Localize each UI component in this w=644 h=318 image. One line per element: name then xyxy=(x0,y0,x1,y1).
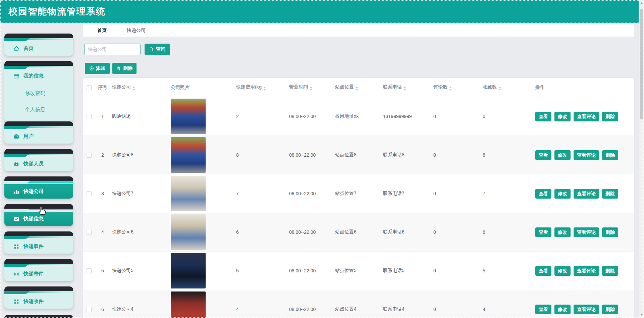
row-index: 5 xyxy=(101,268,104,273)
comments-count: 0 xyxy=(433,191,436,196)
row-index-cell: 6 xyxy=(95,307,111,312)
grid-icon xyxy=(13,299,19,305)
sort-caret-icon[interactable] xyxy=(449,87,452,91)
select-all-checkbox[interactable] xyxy=(87,85,92,90)
edit-button[interactable]: 修改 xyxy=(554,227,571,237)
sort-caret-icon[interactable] xyxy=(498,87,501,91)
delete-row-button[interactable]: 删除 xyxy=(602,266,618,276)
company-name: 快递公司4 xyxy=(112,306,133,312)
delete-button[interactable]: 删除 xyxy=(112,63,137,74)
hours-value-cell: 08.00--22.00 xyxy=(288,307,334,312)
add-button[interactable]: 添加 xyxy=(85,63,110,74)
scrollbar-up-arrow[interactable] xyxy=(640,2,643,4)
column-header[interactable]: 站点位置 xyxy=(334,84,382,91)
row-checkbox-cell xyxy=(83,268,95,274)
view-button[interactable]: 查看 xyxy=(535,266,551,276)
row-checkbox[interactable] xyxy=(87,307,92,312)
scrollbar-thumb[interactable] xyxy=(640,9,643,119)
row-checkbox[interactable] xyxy=(87,268,92,273)
view-comments-button[interactable]: 查看评论 xyxy=(574,112,599,121)
delete-row-button[interactable]: 删除 xyxy=(602,227,618,237)
sidebar-item-express-company[interactable]: 快递公司 xyxy=(4,184,73,199)
view-button[interactable]: 查看 xyxy=(535,227,551,237)
column-header[interactable]: 收藏数 xyxy=(481,84,534,91)
view-button[interactable]: 查看 xyxy=(535,112,551,121)
company-photo-cell xyxy=(169,137,235,173)
column-header[interactable]: 营业时间 xyxy=(288,84,334,91)
sidebar-item-express-pickup[interactable]: 快递取件 xyxy=(4,239,73,254)
delete-row-button[interactable]: 删除 xyxy=(602,150,618,160)
view-button[interactable]: 查看 xyxy=(535,150,551,160)
sidebar-item-express-info[interactable]: 快递信息 xyxy=(4,212,73,226)
sidebar-subitem-0[interactable]: 修改密码 xyxy=(4,85,73,101)
edit-button[interactable]: 修改 xyxy=(554,266,571,276)
sidebar-item-courier-staff[interactable]: 快递人员 xyxy=(4,157,73,171)
phone-value-cell: 联系电话5 xyxy=(382,268,432,274)
sidebar-card-stripe xyxy=(4,126,73,129)
sidebar-item-express-receive[interactable]: 快递收件 xyxy=(4,294,73,309)
view-comments-button[interactable]: 查看评论 xyxy=(574,227,599,237)
view-comments-button[interactable]: 查看评论 xyxy=(574,150,599,160)
phone-value-cell: 联系电话4 xyxy=(382,306,432,312)
sidebar-card-topbar xyxy=(4,149,73,154)
column-header[interactable]: 联系电话 xyxy=(382,84,432,91)
column-header[interactable]: 快递费用/kg xyxy=(235,84,288,91)
location-value: 站点位置4 xyxy=(335,306,357,312)
comments-count-cell: 0 xyxy=(432,268,481,273)
row-checkbox[interactable] xyxy=(87,230,92,235)
phone-value: 联系电话8 xyxy=(383,152,405,157)
sidebar-item-my-info[interactable]: 我的信息 xyxy=(4,69,73,83)
row-index-cell: 3 xyxy=(95,191,111,196)
row-index-cell: 5 xyxy=(95,268,111,273)
delete-row-button[interactable]: 删除 xyxy=(602,112,618,121)
view-button[interactable]: 查看 xyxy=(535,305,551,314)
row-actions: 查看修改查看评论删除 xyxy=(534,112,634,121)
sidebar-item-home[interactable]: 首页 xyxy=(4,41,73,56)
row-checkbox[interactable] xyxy=(87,153,92,158)
view-comments-button[interactable]: 查看评论 xyxy=(574,266,599,276)
breadcrumb-home[interactable]: 首页 xyxy=(97,28,107,34)
table-row: 3快递公司7708.00--22.00站点位置7联系电话707查看修改查看评论删… xyxy=(83,174,634,213)
row-checkbox[interactable] xyxy=(87,191,92,196)
search-icon xyxy=(149,47,154,52)
fee-value: 7 xyxy=(236,191,239,196)
scrollbar-down-arrow[interactable] xyxy=(640,314,643,316)
row-checkbox[interactable] xyxy=(87,114,92,119)
sidebar-item-express-send[interactable]: 快递寄件 xyxy=(4,267,73,281)
location-value: 站点位置6 xyxy=(335,229,357,234)
sort-caret-icon[interactable] xyxy=(263,87,266,91)
sidebar-card-topbar xyxy=(4,176,73,181)
search-input[interactable] xyxy=(84,44,141,55)
query-button-label: 查询 xyxy=(156,46,165,52)
sort-caret-icon[interactable] xyxy=(310,87,312,91)
delete-row-button[interactable]: 删除 xyxy=(602,305,618,314)
query-button[interactable]: 查询 xyxy=(145,44,170,55)
company-photo xyxy=(171,176,206,211)
fee-value-cell: 7 xyxy=(235,191,288,196)
sort-caret-icon[interactable] xyxy=(356,87,358,91)
edit-button[interactable]: 修改 xyxy=(554,305,571,314)
column-header[interactable]: 评论数 xyxy=(432,84,481,91)
view-comments-button[interactable]: 查看评论 xyxy=(574,305,599,314)
column-header-label: 联系电话 xyxy=(383,84,402,90)
view-comments-button[interactable]: 查看评论 xyxy=(574,189,599,199)
sidebar-subitem-1[interactable]: 个人信息 xyxy=(4,101,73,117)
favorites-count-cell: 4 xyxy=(481,307,534,312)
breadcrumb-current: 快递公司 xyxy=(127,28,146,34)
page-scrollbar[interactable] xyxy=(639,0,644,318)
phone-value: 联系电话7 xyxy=(383,191,405,196)
hours-value-cell: 08.00--22.00 xyxy=(288,152,334,158)
column-header[interactable]: 快递公司 xyxy=(111,84,169,91)
edit-button[interactable]: 修改 xyxy=(554,112,571,121)
delete-row-button[interactable]: 删除 xyxy=(602,189,618,199)
delete-button-label: 删除 xyxy=(123,65,132,71)
sort-caret-icon[interactable] xyxy=(404,87,406,91)
sidebar-item-users[interactable]: 用户 xyxy=(4,129,73,144)
sidebar-card-stripe xyxy=(4,291,73,294)
company-name: 快递公司8 xyxy=(112,152,133,157)
edit-button[interactable]: 修改 xyxy=(554,150,571,160)
company-photo-cell xyxy=(169,292,235,318)
edit-button[interactable]: 修改 xyxy=(554,189,571,199)
view-button[interactable]: 查看 xyxy=(535,189,551,199)
sort-caret-icon[interactable] xyxy=(132,87,135,91)
